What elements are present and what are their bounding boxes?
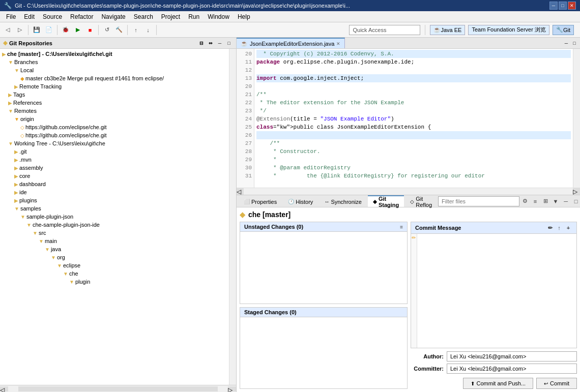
left-panel-scrollbar[interactable] bbox=[229, 49, 236, 385]
menu-search[interactable]: Search bbox=[130, 11, 157, 22]
menu-window[interactable]: Window bbox=[204, 11, 234, 22]
tree-item[interactable]: ▶Tags bbox=[0, 91, 229, 99]
team-foundation-perspective[interactable]: Team Foundation Server 浏览 bbox=[468, 25, 549, 35]
commit-message-header: Commit Message ✏ ↑ + bbox=[411, 222, 577, 233]
commit-msg-btn-3[interactable]: + bbox=[564, 224, 572, 232]
tab-properties[interactable]: ⬜ Properties bbox=[239, 195, 282, 207]
menu-help[interactable]: Help bbox=[234, 11, 254, 22]
tree-item[interactable]: ▼Remotes bbox=[0, 107, 229, 115]
tree-item[interactable]: ▼eclipse bbox=[0, 261, 229, 269]
tree-item[interactable]: ▶core bbox=[0, 172, 229, 180]
tree-item[interactable]: ▼Working Tree - C:\Users\leixu\git\che bbox=[0, 139, 229, 147]
editor-tab-json[interactable]: ☕ JsonExampleEditorExtension.java ✕ bbox=[237, 38, 345, 48]
tab-git-reflog[interactable]: ◇ Git Reflog bbox=[405, 195, 437, 207]
filter-files-btn-3[interactable]: ⊞ bbox=[541, 197, 550, 206]
code-editor-hscrollbar[interactable]: ◁ ▷ bbox=[237, 188, 580, 195]
maximize-button[interactable]: □ bbox=[559, 2, 567, 10]
editor-minimize-button[interactable]: ─ bbox=[563, 40, 570, 47]
back-button[interactable]: ◁ bbox=[2, 24, 13, 36]
menu-navigate[interactable]: Navigate bbox=[97, 11, 129, 22]
tree-item[interactable]: ▶che [master] - C:\Users\leixu\git\che\.… bbox=[0, 50, 229, 58]
tree-item[interactable]: ▶References bbox=[0, 99, 229, 107]
tree-item[interactable]: ▼Local bbox=[0, 66, 229, 74]
toolbar-separator-5 bbox=[156, 25, 157, 35]
editor-tab-close[interactable]: ✕ bbox=[336, 41, 340, 46]
link-editor-button[interactable]: ⇔ bbox=[207, 39, 215, 47]
tree-item[interactable]: ▶plugins bbox=[0, 196, 229, 204]
hscroll-track-code[interactable] bbox=[244, 188, 573, 195]
filter-files-btn-2[interactable]: ≡ bbox=[531, 197, 540, 206]
committer-input[interactable] bbox=[447, 364, 577, 374]
tree-item[interactable]: ▼che bbox=[0, 269, 229, 278]
git-button[interactable]: ↑ bbox=[130, 24, 141, 36]
tree-item[interactable]: ▼plugin bbox=[0, 278, 229, 286]
tree-item[interactable]: ▼java bbox=[0, 245, 229, 253]
code-content[interactable]: * Copyright (c) 2012-2016 Codenvy, S.A.p… bbox=[254, 49, 573, 188]
stop-button[interactable]: ■ bbox=[84, 24, 96, 36]
tab-git-staging[interactable]: ◆ Git Staging bbox=[368, 195, 404, 207]
menu-source[interactable]: Source bbox=[39, 11, 66, 22]
tree-item[interactable]: ▼sample-plugin-json bbox=[0, 213, 229, 221]
run-button[interactable]: ▶ bbox=[72, 24, 83, 36]
new-file-button[interactable]: 📄 bbox=[43, 24, 54, 36]
tree-item[interactable]: ▶ide bbox=[0, 188, 229, 196]
tree-item[interactable]: ◇https://github.com/eclipse/che.git bbox=[0, 131, 229, 139]
filter-files-btn-1[interactable]: ⚙ bbox=[520, 197, 530, 206]
hscroll-left[interactable]: ◁ bbox=[0, 386, 8, 391]
commit-message-textarea[interactable] bbox=[417, 234, 576, 348]
tree-item[interactable]: ▼che-sample-plugin-json-ide bbox=[0, 221, 229, 229]
maximize-panel-button[interactable]: □ bbox=[225, 39, 233, 47]
menu-project[interactable]: Project bbox=[157, 11, 184, 22]
tree-item[interactable]: ◇https://github.com/eclipse/che.git bbox=[0, 123, 229, 131]
close-button[interactable]: ✕ bbox=[568, 2, 576, 10]
menu-edit[interactable]: Edit bbox=[20, 11, 39, 22]
forward-button[interactable]: ▷ bbox=[14, 24, 25, 36]
tree-item[interactable]: ◆master cb3be2e Merge pull request #1461… bbox=[0, 74, 229, 82]
commit-msg-btn-2[interactable]: ↑ bbox=[555, 224, 563, 232]
hscroll-track[interactable] bbox=[18, 386, 218, 391]
tree-item[interactable]: ▼origin bbox=[0, 115, 229, 123]
java-ee-perspective[interactable]: ☕ Java EE bbox=[430, 25, 465, 35]
commit-and-push-button[interactable]: ⬆ Commit and Push... bbox=[463, 378, 534, 389]
minimize-bottom-btn[interactable]: ─ bbox=[561, 197, 570, 206]
hscroll-right[interactable]: ▷ bbox=[228, 386, 236, 391]
tree-item[interactable]: ▶.mvn bbox=[0, 156, 229, 164]
commit-button[interactable]: ↩ Commit bbox=[536, 378, 577, 389]
build-button[interactable]: 🔨 bbox=[113, 24, 125, 36]
menu-file[interactable]: File bbox=[2, 11, 20, 22]
tree-item[interactable]: ▶.git bbox=[0, 147, 229, 156]
tree-item[interactable]: ▼main bbox=[0, 237, 229, 245]
tree-item[interactable]: ▼org bbox=[0, 253, 229, 261]
minimize-button[interactable]: ─ bbox=[549, 2, 558, 10]
tree-item[interactable]: ▼Branches bbox=[0, 58, 229, 66]
tab-synchronize[interactable]: ↔ Synchronize bbox=[319, 195, 367, 207]
git-perspective[interactable]: 🔧 Git bbox=[553, 25, 574, 35]
menu-run[interactable]: Run bbox=[184, 11, 204, 22]
expand-bottom-btn[interactable]: ▼ bbox=[551, 197, 560, 206]
hscroll-right-code[interactable]: ▷ bbox=[573, 188, 580, 195]
tree-item[interactable]: ▶assembly bbox=[0, 164, 229, 172]
commit-msg-btn-1[interactable]: ✏ bbox=[546, 224, 554, 232]
filter-files-input[interactable] bbox=[438, 196, 519, 206]
editor-maximize-button[interactable]: □ bbox=[571, 40, 578, 47]
git-pull-button[interactable]: ↓ bbox=[142, 24, 154, 36]
save-button[interactable]: 💾 bbox=[31, 24, 42, 36]
unstaged-changes-body bbox=[240, 232, 407, 304]
quick-access-input[interactable]: Quick Access bbox=[349, 25, 420, 35]
hscroll-left-code[interactable]: ◁ bbox=[237, 188, 244, 195]
tree-item[interactable]: ▶Remote Tracking bbox=[0, 82, 229, 91]
refresh-button[interactable]: ↺ bbox=[101, 24, 112, 36]
code-editor-scrollbar[interactable] bbox=[573, 49, 580, 188]
maximize-bottom-btn[interactable]: □ bbox=[571, 197, 580, 206]
tab-history[interactable]: 🕐 History bbox=[283, 195, 318, 207]
menu-refactor[interactable]: Refactor bbox=[66, 11, 97, 22]
tree-item[interactable]: ▼samples bbox=[0, 204, 229, 213]
tree-item[interactable]: ▶dashboard bbox=[0, 180, 229, 188]
collapse-all-button[interactable]: ⊟ bbox=[197, 39, 206, 47]
author-input[interactable] bbox=[447, 351, 577, 361]
minimize-panel-button[interactable]: ─ bbox=[216, 39, 224, 47]
unstaged-sort-btn[interactable]: ≡ bbox=[400, 224, 403, 230]
tree-item[interactable]: ▼src bbox=[0, 229, 229, 237]
editor-tab-bar: ☕ JsonExampleEditorExtension.java ✕ ─ □ bbox=[237, 38, 580, 49]
debug-button[interactable]: 🐞 bbox=[60, 24, 71, 36]
